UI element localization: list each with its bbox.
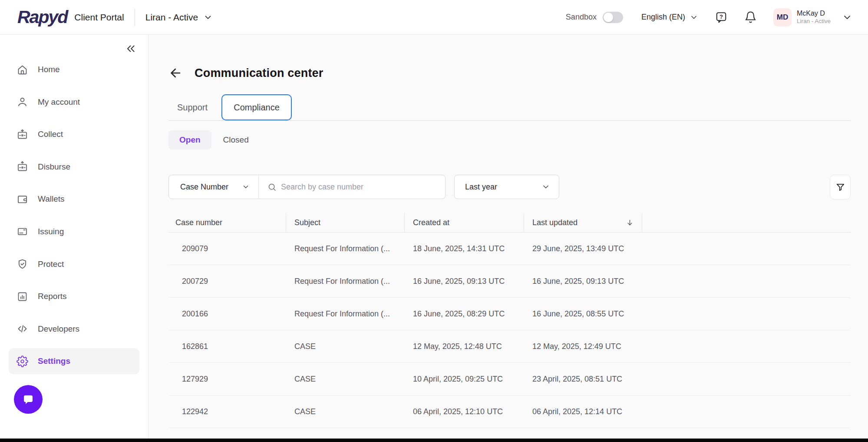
notifications-button[interactable] [744,11,757,23]
code-icon [17,323,28,335]
back-button[interactable] [168,66,182,80]
top-header: Rapyd Client Portal Liran - Active Sandb… [0,0,868,35]
column-header-last-updated[interactable]: Last updated [524,213,642,232]
sidebar-item-wallets[interactable]: Wallets [9,186,139,212]
tab-support[interactable]: Support [168,103,216,113]
table-row[interactable]: 200166 Request For Information (... 16 J… [168,298,851,330]
sidebar-item-developers[interactable]: Developers [9,316,139,342]
sidebar-nav: Home My account Collect Disburse Wallets [0,56,148,374]
bell-icon [744,11,757,23]
column-header-label: Last updated [532,218,578,227]
column-header-created-at[interactable]: Created at [405,213,524,232]
status-filter-group: Open Closed [168,130,851,150]
search-field [259,175,445,199]
help-button[interactable]: ? [715,11,728,24]
org-switcher-label: Liran - Active [145,12,198,23]
home-icon [17,64,28,76]
advanced-filter-button[interactable] [830,175,851,199]
gear-icon [17,356,28,367]
page-title: Communication center [195,66,323,80]
table-row[interactable]: 122942 CASE 06 April, 2025, 12:10 UTC 06… [168,395,851,428]
card-icon [17,226,28,237]
sandbox-toggle[interactable] [603,12,623,23]
main-content: Communication center Support Compliance … [149,35,868,439]
search-combo: Case Number [168,175,446,199]
language-selector[interactable]: English (EN) [641,13,698,22]
sidebar-item-issuing[interactable]: Issuing [9,219,139,245]
filter-bar: Case Number Last year [168,175,851,199]
chat-fab-button[interactable] [14,385,43,414]
cases-table: Case number Subject Created at Last upda… [168,213,851,428]
help-icon: ? [715,11,728,24]
user-icon [17,96,28,108]
sidebar-item-reports[interactable]: Reports [9,283,139,309]
disburse-icon [17,161,28,173]
table-body: 209079 Request For Information (... 18 J… [168,233,851,428]
sidebar-item-home[interactable]: Home [9,56,139,83]
search-icon [267,183,277,192]
chevron-down-icon [690,13,698,22]
filter-chip-open[interactable]: Open [168,130,211,150]
chevron-down-icon [541,183,550,191]
search-input[interactable] [281,183,439,192]
table-header: Case number Subject Created at Last upda… [168,213,851,233]
header-actions: Sandbox English (EN) ? MD McKay D Liran … [566,8,852,27]
column-header-case-number[interactable]: Case number [168,213,286,232]
language-label: English (EN) [641,13,685,22]
search-category-select[interactable]: Case Number [169,175,259,199]
table-row[interactable]: 127929 CASE 10 April, 2025, 09:25 UTC 23… [168,363,851,395]
user-info: McKay D Liran - Active [797,9,831,25]
chevron-down-icon [203,13,213,22]
tab-compliance[interactable]: Compliance [221,94,292,120]
sidebar-item-settings[interactable]: Settings [9,348,139,374]
toggle-knob [604,13,613,22]
column-header-empty [642,213,851,232]
sidebar-item-disburse[interactable]: Disburse [9,154,139,180]
date-range-label: Last year [465,183,497,192]
sort-desc-icon [626,219,634,227]
svg-text:?: ? [719,13,723,20]
search-category-label: Case Number [180,183,228,192]
sidebar-item-collect[interactable]: Collect [9,121,139,147]
tab-bar: Support Compliance [168,94,851,121]
chart-icon [17,291,28,302]
avatar[interactable]: MD [773,8,792,27]
user-org: Liran - Active [797,18,831,25]
chevron-down-icon [242,183,250,191]
user-name: McKay D [797,9,831,18]
page-header: Communication center [168,63,851,83]
user-menu-chevron-icon[interactable] [842,12,852,23]
header-divider [135,9,135,26]
rapyd-logo: Rapyd [17,7,67,27]
sidebar: Home My account Collect Disburse Wallets [0,35,149,439]
shield-icon [17,258,28,270]
table-row[interactable]: 209079 Request For Information (... 18 J… [168,233,851,265]
table-row[interactable]: 200729 Request For Information (... 16 J… [168,265,851,298]
sandbox-label: Sandbox [566,13,597,22]
sidebar-item-protect[interactable]: Protect [9,251,139,277]
chat-bubble-icon [21,392,35,406]
wallet-icon [17,193,28,205]
column-header-subject[interactable]: Subject [286,213,405,232]
sidebar-collapse-button[interactable] [125,43,137,55]
table-row[interactable]: 162861 CASE 12 May, 2025, 12:48 UTC 12 M… [168,330,851,363]
sidebar-item-my-account[interactable]: My account [9,89,139,115]
chevrons-left-icon [125,43,137,55]
funnel-icon [835,182,845,192]
filter-chip-closed[interactable]: Closed [215,130,257,150]
arrow-left-icon [168,66,182,80]
org-switcher[interactable]: Liran - Active [145,12,213,23]
date-range-select[interactable]: Last year [454,175,559,199]
collect-icon [17,129,28,140]
product-name: Client Portal [74,12,124,23]
screen-bottom-edge [0,439,868,442]
